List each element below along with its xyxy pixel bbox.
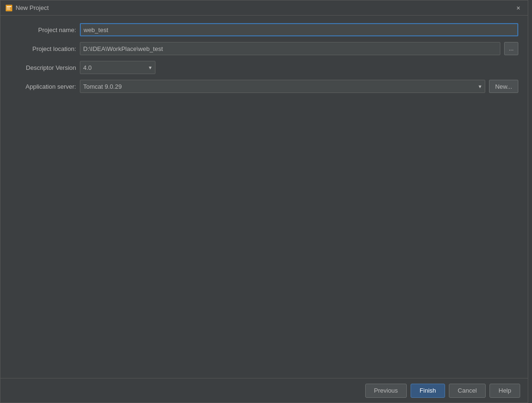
descriptor-version-label: Descriptor Version <box>10 64 76 71</box>
application-server-label: Application server: <box>10 83 76 90</box>
project-name-label: Project name: <box>10 26 76 34</box>
svg-rect-2 <box>7 8 10 8</box>
previous-button[interactable]: Previous <box>365 384 407 398</box>
descriptor-version-select[interactable]: 4.0 3.1 3.0 2.5 <box>80 61 155 74</box>
project-location-label: Project location: <box>10 45 76 52</box>
application-server-row: Application server: Tomcat 9.0.29 ▼ New.… <box>10 80 518 93</box>
svg-rect-3 <box>7 9 10 10</box>
finish-button[interactable]: Finish <box>411 384 445 398</box>
dialog-wrapper: New Project × Project name: Project loca… <box>0 0 532 403</box>
project-name-input[interactable] <box>80 23 518 36</box>
descriptor-version-wrapper: 4.0 3.1 3.0 2.5 ▼ <box>80 61 155 74</box>
svg-rect-1 <box>7 6 11 7</box>
project-location-row: Project location: ... <box>10 42 518 55</box>
content-spacer <box>10 99 518 370</box>
dialog-content: Project name: Project location: ... Desc… <box>0 16 528 378</box>
application-server-select[interactable]: Tomcat 9.0.29 <box>80 80 485 93</box>
title-bar-left: New Project <box>5 4 49 12</box>
descriptor-version-row: Descriptor Version 4.0 3.1 3.0 2.5 ▼ <box>10 61 518 74</box>
cancel-button[interactable]: Cancel <box>449 384 486 398</box>
project-name-row: Project name: <box>10 23 518 36</box>
new-server-button[interactable]: New... <box>489 80 518 93</box>
project-location-input[interactable] <box>80 42 500 55</box>
project-icon <box>5 4 13 12</box>
help-button[interactable]: Help <box>489 384 520 398</box>
browse-button[interactable]: ... <box>504 42 518 55</box>
title-bar: New Project × <box>0 0 528 16</box>
dialog-footer: Previous Finish Cancel Help <box>0 378 528 403</box>
dialog-title: New Project <box>16 4 49 11</box>
server-select-wrapper: Tomcat 9.0.29 ▼ <box>80 80 485 93</box>
close-button[interactable]: × <box>514 3 523 13</box>
new-project-dialog: New Project × Project name: Project loca… <box>0 0 528 403</box>
